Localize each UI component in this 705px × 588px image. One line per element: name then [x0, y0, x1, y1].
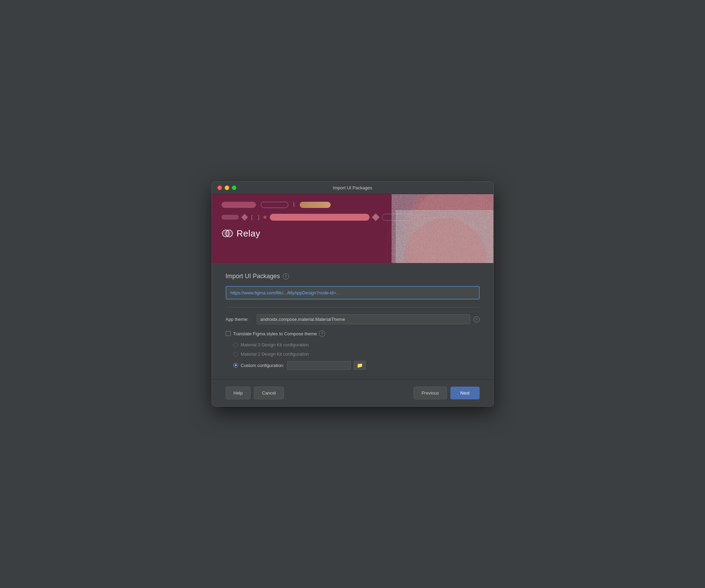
section-help-icon[interactable]: ?: [283, 273, 289, 280]
window-controls: [217, 186, 236, 190]
translate-checkbox-label: Translate Figma styles to Compose theme …: [233, 330, 325, 337]
previous-button[interactable]: Previous: [414, 387, 447, 399]
deco-diamond-2: [372, 213, 380, 221]
deco-pill-2: [261, 202, 288, 208]
footer-right: Previous Next: [414, 387, 479, 399]
window: Import UI Packages /: [212, 181, 494, 407]
radio-material3[interactable]: [233, 343, 238, 347]
url-input-container: [226, 286, 480, 300]
deco-diamond-1: [241, 214, 248, 221]
main-content: Import UI Packages ? App theme: ? Transl…: [212, 263, 493, 379]
deco-brackets: [ ]: [250, 214, 260, 221]
deco-small-pill: [222, 215, 239, 220]
radio-label-material3: Material 3 Design Kit configuration: [241, 342, 309, 347]
figma-url-input[interactable]: [226, 286, 480, 300]
radio-custom[interactable]: [233, 363, 238, 368]
radio-row-material3: Material 3 Design Kit configuration: [233, 342, 480, 347]
custom-config-row: Custom configuration: 📁: [241, 361, 366, 370]
deco-row-1: /: [222, 201, 484, 208]
footer: Help Cancel Previous Next: [212, 379, 493, 406]
minimize-button[interactable]: [225, 186, 229, 190]
footer-left: Help Cancel: [226, 387, 284, 399]
app-theme-input[interactable]: [257, 314, 470, 324]
divider: [226, 307, 480, 307]
svg-point-6: [226, 230, 233, 237]
titlebar: Import UI Packages: [212, 182, 493, 194]
next-button[interactable]: Next: [450, 387, 480, 399]
deco-slash: /: [292, 201, 296, 208]
radio-label-material2: Material 2 Design Kit configuration: [241, 351, 309, 357]
hero-banner: / [ ] Relay: [212, 194, 493, 263]
deco-long-pill: [270, 214, 370, 221]
app-theme-help-icon[interactable]: ?: [473, 316, 480, 323]
radio-row-custom: Custom configuration: 📁: [233, 361, 480, 370]
relay-logo-icon: [222, 228, 233, 239]
radio-row-material2: Material 2 Design Kit configuration: [233, 351, 480, 357]
custom-config-input[interactable]: [287, 361, 351, 370]
folder-browse-button[interactable]: 📁: [354, 361, 366, 370]
app-theme-label: App theme:: [226, 317, 253, 322]
deco-square: [264, 216, 266, 219]
folder-icon: 📁: [357, 363, 363, 368]
radio-group: Material 3 Design Kit configuration Mate…: [226, 342, 480, 370]
help-button[interactable]: Help: [226, 387, 251, 399]
cancel-button[interactable]: Cancel: [254, 387, 284, 399]
maximize-button[interactable]: [232, 186, 236, 190]
translate-checkbox-row: Translate Figma styles to Compose theme …: [226, 330, 480, 337]
window-title: Import UI Packages: [333, 185, 372, 190]
deco-pill-3: [300, 202, 331, 208]
relay-logo: Relay: [222, 228, 484, 239]
relay-logo-text: Relay: [237, 228, 260, 239]
radio-material2[interactable]: [233, 352, 238, 357]
section-title: Import UI Packages: [226, 273, 280, 280]
translate-help-icon[interactable]: ?: [319, 330, 325, 337]
translate-checkbox[interactable]: [226, 331, 231, 336]
section-header: Import UI Packages ?: [226, 273, 480, 280]
radio-label-custom: Custom configuration:: [241, 363, 284, 368]
app-theme-row: App theme: ?: [226, 314, 480, 324]
deco-pill-1: [222, 202, 256, 208]
deco-row-2: [ ]: [222, 214, 484, 221]
close-button[interactable]: [217, 186, 222, 190]
hero-decorations: / [ ] Relay: [212, 194, 493, 263]
deco-pill-outline-2: [382, 214, 413, 221]
